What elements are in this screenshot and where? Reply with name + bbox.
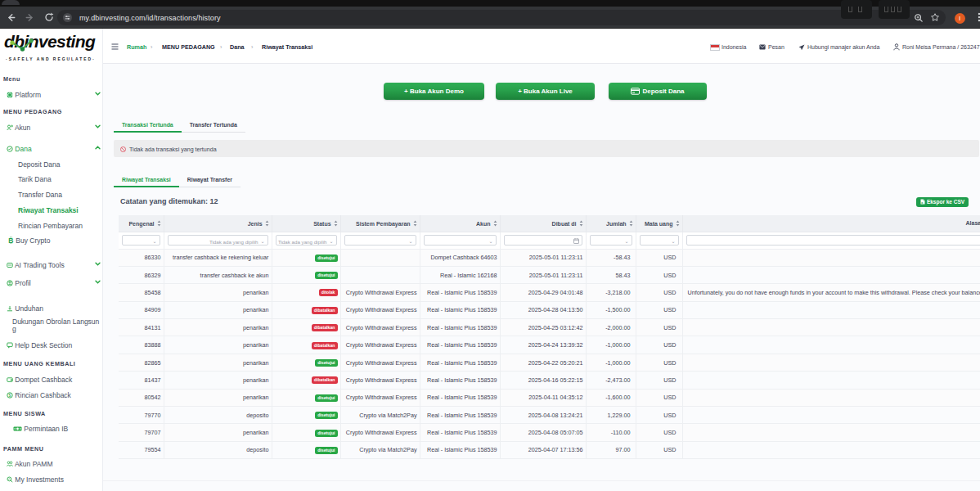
svg-text:B: B bbox=[8, 236, 13, 244]
svg-text:a: a bbox=[921, 201, 923, 205]
svg-text:$: $ bbox=[9, 393, 11, 398]
